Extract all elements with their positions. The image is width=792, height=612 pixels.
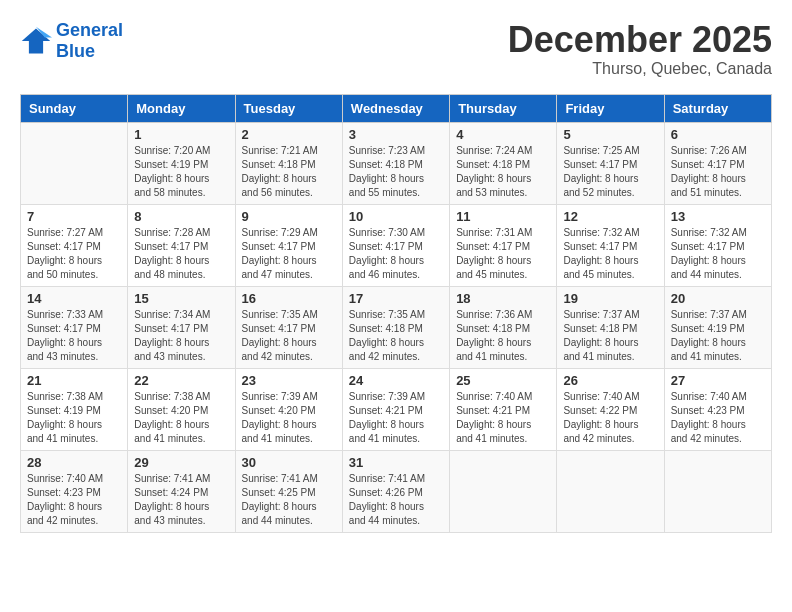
day-number: 16 xyxy=(242,291,336,306)
day-number: 24 xyxy=(349,373,443,388)
day-detail: Sunrise: 7:36 AMSunset: 4:18 PMDaylight:… xyxy=(456,308,550,364)
day-number: 2 xyxy=(242,127,336,142)
day-number: 29 xyxy=(134,455,228,470)
calendar-day: 17Sunrise: 7:35 AMSunset: 4:18 PMDayligh… xyxy=(342,286,449,368)
day-detail: Sunrise: 7:40 AMSunset: 4:21 PMDaylight:… xyxy=(456,390,550,446)
day-detail: Sunrise: 7:23 AMSunset: 4:18 PMDaylight:… xyxy=(349,144,443,200)
day-detail: Sunrise: 7:41 AMSunset: 4:24 PMDaylight:… xyxy=(134,472,228,528)
day-detail: Sunrise: 7:41 AMSunset: 4:25 PMDaylight:… xyxy=(242,472,336,528)
title-block: December 2025 Thurso, Quebec, Canada xyxy=(508,20,772,78)
day-number: 12 xyxy=(563,209,657,224)
day-number: 25 xyxy=(456,373,550,388)
calendar-day: 7Sunrise: 7:27 AMSunset: 4:17 PMDaylight… xyxy=(21,204,128,286)
calendar-day: 25Sunrise: 7:40 AMSunset: 4:21 PMDayligh… xyxy=(450,368,557,450)
calendar-day: 24Sunrise: 7:39 AMSunset: 4:21 PMDayligh… xyxy=(342,368,449,450)
day-number: 9 xyxy=(242,209,336,224)
day-number: 7 xyxy=(27,209,121,224)
calendar-week-2: 7Sunrise: 7:27 AMSunset: 4:17 PMDaylight… xyxy=(21,204,772,286)
day-number: 27 xyxy=(671,373,765,388)
calendar-week-5: 28Sunrise: 7:40 AMSunset: 4:23 PMDayligh… xyxy=(21,450,772,532)
day-detail: Sunrise: 7:31 AMSunset: 4:17 PMDaylight:… xyxy=(456,226,550,282)
calendar-day xyxy=(21,122,128,204)
calendar-table: SundayMondayTuesdayWednesdayThursdayFrid… xyxy=(20,94,772,533)
calendar-day: 16Sunrise: 7:35 AMSunset: 4:17 PMDayligh… xyxy=(235,286,342,368)
day-detail: Sunrise: 7:26 AMSunset: 4:17 PMDaylight:… xyxy=(671,144,765,200)
weekday-header-saturday: Saturday xyxy=(664,94,771,122)
day-number: 21 xyxy=(27,373,121,388)
day-detail: Sunrise: 7:32 AMSunset: 4:17 PMDaylight:… xyxy=(563,226,657,282)
day-detail: Sunrise: 7:24 AMSunset: 4:18 PMDaylight:… xyxy=(456,144,550,200)
calendar-day: 8Sunrise: 7:28 AMSunset: 4:17 PMDaylight… xyxy=(128,204,235,286)
calendar-day: 18Sunrise: 7:36 AMSunset: 4:18 PMDayligh… xyxy=(450,286,557,368)
day-number: 15 xyxy=(134,291,228,306)
svg-marker-0 xyxy=(22,29,50,54)
calendar-day: 9Sunrise: 7:29 AMSunset: 4:17 PMDaylight… xyxy=(235,204,342,286)
day-detail: Sunrise: 7:28 AMSunset: 4:17 PMDaylight:… xyxy=(134,226,228,282)
day-number: 8 xyxy=(134,209,228,224)
day-number: 1 xyxy=(134,127,228,142)
calendar-day: 3Sunrise: 7:23 AMSunset: 4:18 PMDaylight… xyxy=(342,122,449,204)
calendar-day xyxy=(664,450,771,532)
calendar-day: 19Sunrise: 7:37 AMSunset: 4:18 PMDayligh… xyxy=(557,286,664,368)
day-number: 23 xyxy=(242,373,336,388)
calendar-day: 12Sunrise: 7:32 AMSunset: 4:17 PMDayligh… xyxy=(557,204,664,286)
day-detail: Sunrise: 7:40 AMSunset: 4:23 PMDaylight:… xyxy=(27,472,121,528)
month-title: December 2025 xyxy=(508,20,772,60)
day-detail: Sunrise: 7:38 AMSunset: 4:19 PMDaylight:… xyxy=(27,390,121,446)
day-number: 17 xyxy=(349,291,443,306)
logo-icon xyxy=(20,25,52,57)
calendar-day: 11Sunrise: 7:31 AMSunset: 4:17 PMDayligh… xyxy=(450,204,557,286)
logo-text: General Blue xyxy=(56,20,123,62)
calendar-day: 13Sunrise: 7:32 AMSunset: 4:17 PMDayligh… xyxy=(664,204,771,286)
calendar-day: 31Sunrise: 7:41 AMSunset: 4:26 PMDayligh… xyxy=(342,450,449,532)
calendar-day: 29Sunrise: 7:41 AMSunset: 4:24 PMDayligh… xyxy=(128,450,235,532)
calendar-day xyxy=(450,450,557,532)
page-header: General Blue December 2025 Thurso, Quebe… xyxy=(20,20,772,78)
weekday-header-tuesday: Tuesday xyxy=(235,94,342,122)
calendar-week-1: 1Sunrise: 7:20 AMSunset: 4:19 PMDaylight… xyxy=(21,122,772,204)
day-detail: Sunrise: 7:39 AMSunset: 4:20 PMDaylight:… xyxy=(242,390,336,446)
calendar-day: 5Sunrise: 7:25 AMSunset: 4:17 PMDaylight… xyxy=(557,122,664,204)
calendar-day: 26Sunrise: 7:40 AMSunset: 4:22 PMDayligh… xyxy=(557,368,664,450)
calendar-week-3: 14Sunrise: 7:33 AMSunset: 4:17 PMDayligh… xyxy=(21,286,772,368)
calendar-day: 1Sunrise: 7:20 AMSunset: 4:19 PMDaylight… xyxy=(128,122,235,204)
calendar-day: 30Sunrise: 7:41 AMSunset: 4:25 PMDayligh… xyxy=(235,450,342,532)
day-detail: Sunrise: 7:40 AMSunset: 4:22 PMDaylight:… xyxy=(563,390,657,446)
day-number: 20 xyxy=(671,291,765,306)
day-number: 3 xyxy=(349,127,443,142)
weekday-header-wednesday: Wednesday xyxy=(342,94,449,122)
location: Thurso, Quebec, Canada xyxy=(508,60,772,78)
calendar-day: 21Sunrise: 7:38 AMSunset: 4:19 PMDayligh… xyxy=(21,368,128,450)
day-number: 31 xyxy=(349,455,443,470)
day-number: 6 xyxy=(671,127,765,142)
day-number: 13 xyxy=(671,209,765,224)
day-number: 30 xyxy=(242,455,336,470)
calendar-day: 4Sunrise: 7:24 AMSunset: 4:18 PMDaylight… xyxy=(450,122,557,204)
day-number: 14 xyxy=(27,291,121,306)
day-detail: Sunrise: 7:30 AMSunset: 4:17 PMDaylight:… xyxy=(349,226,443,282)
calendar-day: 22Sunrise: 7:38 AMSunset: 4:20 PMDayligh… xyxy=(128,368,235,450)
calendar-day xyxy=(557,450,664,532)
day-detail: Sunrise: 7:37 AMSunset: 4:19 PMDaylight:… xyxy=(671,308,765,364)
day-detail: Sunrise: 7:38 AMSunset: 4:20 PMDaylight:… xyxy=(134,390,228,446)
day-number: 5 xyxy=(563,127,657,142)
calendar-day: 6Sunrise: 7:26 AMSunset: 4:17 PMDaylight… xyxy=(664,122,771,204)
weekday-header-monday: Monday xyxy=(128,94,235,122)
day-detail: Sunrise: 7:25 AMSunset: 4:17 PMDaylight:… xyxy=(563,144,657,200)
calendar-day: 27Sunrise: 7:40 AMSunset: 4:23 PMDayligh… xyxy=(664,368,771,450)
day-detail: Sunrise: 7:20 AMSunset: 4:19 PMDaylight:… xyxy=(134,144,228,200)
day-number: 18 xyxy=(456,291,550,306)
logo: General Blue xyxy=(20,20,123,62)
weekday-header-sunday: Sunday xyxy=(21,94,128,122)
day-number: 11 xyxy=(456,209,550,224)
calendar-day: 10Sunrise: 7:30 AMSunset: 4:17 PMDayligh… xyxy=(342,204,449,286)
day-detail: Sunrise: 7:37 AMSunset: 4:18 PMDaylight:… xyxy=(563,308,657,364)
day-number: 19 xyxy=(563,291,657,306)
calendar-header-row: SundayMondayTuesdayWednesdayThursdayFrid… xyxy=(21,94,772,122)
day-number: 10 xyxy=(349,209,443,224)
calendar-week-4: 21Sunrise: 7:38 AMSunset: 4:19 PMDayligh… xyxy=(21,368,772,450)
day-detail: Sunrise: 7:29 AMSunset: 4:17 PMDaylight:… xyxy=(242,226,336,282)
calendar-day: 14Sunrise: 7:33 AMSunset: 4:17 PMDayligh… xyxy=(21,286,128,368)
day-detail: Sunrise: 7:32 AMSunset: 4:17 PMDaylight:… xyxy=(671,226,765,282)
calendar-day: 2Sunrise: 7:21 AMSunset: 4:18 PMDaylight… xyxy=(235,122,342,204)
